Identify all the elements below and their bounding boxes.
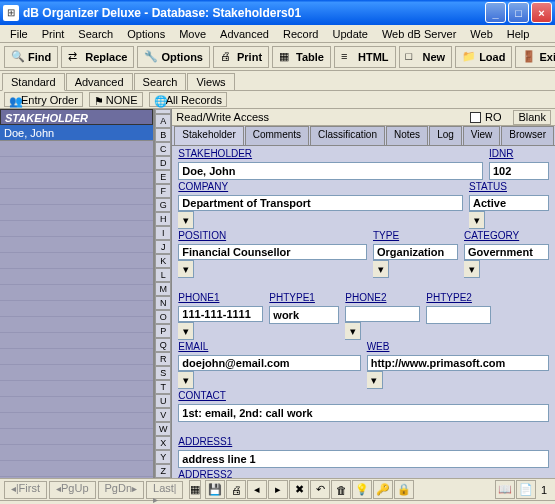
tab-advanced[interactable]: Advanced bbox=[66, 73, 133, 90]
exit-button[interactable]: 🚪Exit bbox=[515, 46, 555, 68]
alpha-k[interactable]: K bbox=[155, 254, 171, 268]
menu-update[interactable]: Update bbox=[326, 27, 373, 41]
list-item[interactable]: Doe, John bbox=[0, 125, 153, 141]
phone2-input[interactable] bbox=[345, 306, 420, 322]
next-button[interactable]: ▸ bbox=[268, 480, 288, 499]
undo-button[interactable]: ↶ bbox=[310, 480, 330, 499]
tab-classification[interactable]: Classification bbox=[310, 126, 385, 145]
phtype1-input[interactable] bbox=[269, 306, 339, 324]
alpha-q[interactable]: Q bbox=[155, 338, 171, 352]
tab-browser[interactable]: Browser bbox=[501, 126, 554, 145]
delete-button[interactable]: 🗑 bbox=[331, 480, 351, 499]
type-input[interactable] bbox=[373, 244, 458, 260]
blank-button[interactable]: Blank bbox=[513, 110, 551, 125]
status-input[interactable] bbox=[469, 195, 549, 211]
menu-help[interactable]: Help bbox=[501, 27, 536, 41]
entry-order-button[interactable]: 👥Entry Order bbox=[4, 92, 83, 107]
minimize-button[interactable]: _ bbox=[485, 2, 506, 23]
position-input[interactable] bbox=[178, 244, 367, 260]
prev-button[interactable]: ◂ bbox=[247, 480, 267, 499]
stop-button[interactable]: ✖ bbox=[289, 480, 309, 499]
email-dropdown[interactable]: ▾ bbox=[178, 371, 194, 389]
print-icon-button[interactable]: 🖨 bbox=[226, 480, 246, 499]
alpha-t[interactable]: T bbox=[155, 380, 171, 394]
menu-record[interactable]: Record bbox=[277, 27, 324, 41]
pgup-button[interactable]: ◂PgUp bbox=[49, 481, 96, 499]
menu-file[interactable]: File bbox=[4, 27, 34, 41]
category-dropdown[interactable]: ▾ bbox=[464, 260, 480, 278]
alpha-i[interactable]: I bbox=[155, 226, 171, 240]
alpha-d[interactable]: D bbox=[155, 156, 171, 170]
last-button[interactable]: Last|▸ bbox=[146, 481, 183, 499]
html-button[interactable]: ≡HTML bbox=[334, 46, 396, 68]
tab-view[interactable]: View bbox=[463, 126, 501, 145]
all-records-button[interactable]: 🌐All Records bbox=[149, 92, 227, 107]
alpha-w[interactable]: W bbox=[155, 422, 171, 436]
company-input[interactable] bbox=[178, 195, 463, 211]
company-dropdown[interactable]: ▾ bbox=[178, 211, 194, 229]
options-button[interactable]: 🔧Options bbox=[137, 46, 210, 68]
close-button[interactable]: × bbox=[531, 2, 552, 23]
phtype2-input[interactable] bbox=[426, 306, 491, 324]
page-button[interactable]: 📄 bbox=[516, 480, 536, 499]
web-dropdown[interactable]: ▾ bbox=[367, 371, 383, 389]
lock-button[interactable]: 🔒 bbox=[394, 480, 414, 499]
menu-options[interactable]: Options bbox=[121, 27, 171, 41]
filter-none-button[interactable]: ⚑NONE bbox=[89, 92, 143, 107]
first-button[interactable]: ◂|First bbox=[4, 481, 47, 499]
tab-views[interactable]: Views bbox=[187, 73, 234, 90]
tab-standard[interactable]: Standard bbox=[2, 73, 65, 91]
key-button[interactable]: 🔑 bbox=[373, 480, 393, 499]
category-input[interactable] bbox=[464, 244, 549, 260]
menu-web[interactable]: Web bbox=[464, 27, 498, 41]
maximize-button[interactable]: □ bbox=[508, 2, 529, 23]
alpha-x[interactable]: X bbox=[155, 436, 171, 450]
web-input[interactable] bbox=[367, 355, 549, 371]
menu-move[interactable]: Move bbox=[173, 27, 212, 41]
book-button[interactable]: 📖 bbox=[495, 480, 515, 499]
alpha-o[interactable]: O bbox=[155, 310, 171, 324]
readonly-checkbox[interactable] bbox=[470, 112, 481, 123]
status-dropdown[interactable]: ▾ bbox=[469, 211, 485, 229]
address1-input[interactable] bbox=[178, 450, 549, 468]
menu-advanced[interactable]: Advanced bbox=[214, 27, 275, 41]
load-button[interactable]: 📁Load bbox=[455, 46, 512, 68]
contact-input[interactable] bbox=[178, 404, 549, 422]
pgdn-button[interactable]: PgDn▸ bbox=[98, 481, 145, 499]
phone2-dropdown[interactable]: ▾ bbox=[345, 322, 361, 340]
alpha-y[interactable]: Y bbox=[155, 450, 171, 464]
position-dropdown[interactable]: ▾ bbox=[178, 260, 194, 278]
new-button[interactable]: □New bbox=[399, 46, 453, 68]
phone1-input[interactable] bbox=[178, 306, 263, 322]
alpha-h[interactable]: H bbox=[155, 212, 171, 226]
alpha-s[interactable]: S bbox=[155, 366, 171, 380]
alpha-g[interactable]: G bbox=[155, 198, 171, 212]
phone1-dropdown[interactable]: ▾ bbox=[178, 322, 194, 340]
alpha-e[interactable]: E bbox=[155, 170, 171, 184]
alpha-c[interactable]: C bbox=[155, 142, 171, 156]
alpha-v[interactable]: V bbox=[155, 408, 171, 422]
alpha-u[interactable]: U bbox=[155, 394, 171, 408]
table-button[interactable]: ▦Table bbox=[272, 46, 331, 68]
save-icon-button[interactable]: 💾 bbox=[205, 480, 225, 499]
tab-stakeholder[interactable]: Stakeholder bbox=[174, 126, 243, 145]
alpha-j[interactable]: J bbox=[155, 240, 171, 254]
idnr-input[interactable] bbox=[489, 162, 549, 180]
alpha-m[interactable]: M bbox=[155, 282, 171, 296]
alpha-a[interactable]: A bbox=[155, 114, 171, 128]
alpha-p[interactable]: P bbox=[155, 324, 171, 338]
tab-comments[interactable]: Comments bbox=[245, 126, 309, 145]
menu-print[interactable]: Print bbox=[36, 27, 71, 41]
replace-button[interactable]: ⇄Replace bbox=[61, 46, 134, 68]
alpha-b[interactable]: B bbox=[155, 128, 171, 142]
alpha-f[interactable]: F bbox=[155, 184, 171, 198]
bulb-button[interactable]: 💡 bbox=[352, 480, 372, 499]
tab-search[interactable]: Search bbox=[134, 73, 187, 90]
print-button[interactable]: 🖨Print bbox=[213, 46, 269, 68]
tab-log[interactable]: Log bbox=[429, 126, 462, 145]
menu-search[interactable]: Search bbox=[72, 27, 119, 41]
stakeholder-input[interactable] bbox=[178, 162, 483, 180]
alpha-n[interactable]: N bbox=[155, 296, 171, 310]
alpha-z[interactable]: Z bbox=[155, 464, 171, 478]
email-input[interactable] bbox=[178, 355, 360, 371]
